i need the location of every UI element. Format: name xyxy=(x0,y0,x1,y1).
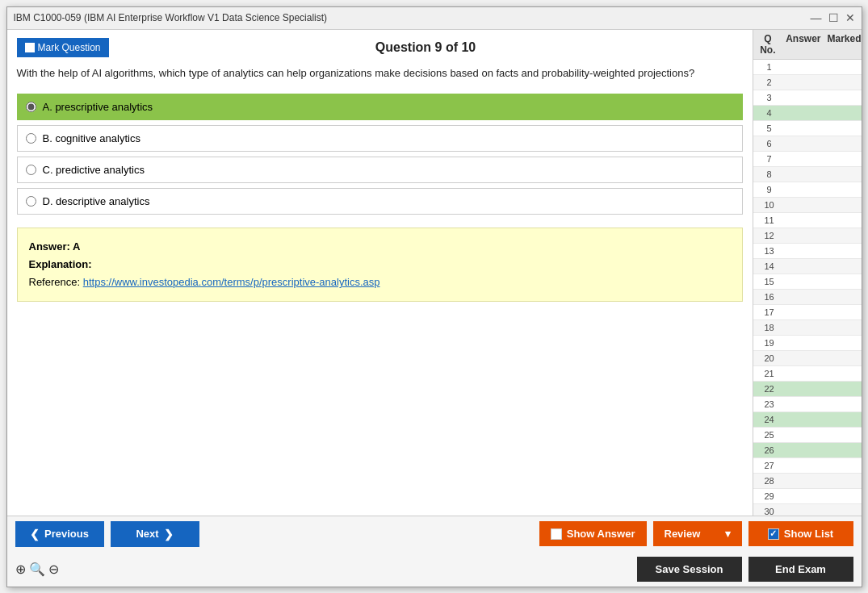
option-radio-b[interactable] xyxy=(26,133,36,144)
sidebar-cell-answer xyxy=(786,182,824,197)
sidebar-cell-answer xyxy=(786,458,824,473)
maximize-icon[interactable]: ☐ xyxy=(828,11,839,24)
sidebar-cell-answer xyxy=(786,351,824,365)
options-list: A. prescriptive analyticsB. cognitive an… xyxy=(17,94,743,215)
sidebar-row[interactable]: 16 xyxy=(753,290,862,305)
sidebar-row[interactable]: 18 xyxy=(753,320,862,336)
sidebar-cell-answer xyxy=(786,198,824,212)
sidebar-cell-marked xyxy=(824,412,862,427)
sidebar-row[interactable]: 11 xyxy=(753,213,862,228)
sidebar-cell-marked xyxy=(824,213,862,228)
sidebar-row[interactable]: 2 xyxy=(753,75,862,90)
sidebar-row[interactable]: 25 xyxy=(753,428,862,443)
sidebar-row[interactable]: 17 xyxy=(753,305,862,320)
sidebar-cell-answer xyxy=(786,213,824,228)
sidebar-row[interactable]: 19 xyxy=(753,336,862,351)
show-answer-button[interactable]: Show Answer xyxy=(539,521,647,546)
sidebar-row[interactable]: 5 xyxy=(753,121,862,136)
next-button[interactable]: Next ❯ xyxy=(111,521,199,547)
save-session-button[interactable]: Save Session xyxy=(637,557,742,582)
sidebar-row[interactable]: 15 xyxy=(753,274,862,290)
sidebar-cell-answer xyxy=(786,443,824,457)
sidebar-cell-qno: 24 xyxy=(753,412,786,427)
sidebar-cell-qno: 30 xyxy=(753,504,786,516)
sidebar-cell-marked xyxy=(824,228,862,243)
sidebar-row[interactable]: 4 xyxy=(753,106,862,121)
sidebar-row[interactable]: 29 xyxy=(753,489,862,504)
option-label-c: C. predictive analytics xyxy=(43,164,145,176)
sidebar-row[interactable]: 8 xyxy=(753,167,862,182)
sidebar-row[interactable]: 22 xyxy=(753,382,862,397)
sidebar-row[interactable]: 26 xyxy=(753,443,862,458)
option-radio-d[interactable] xyxy=(26,196,36,207)
sidebar-row[interactable]: 13 xyxy=(753,244,862,259)
explanation-label: Explanation: xyxy=(29,256,731,274)
title-bar: IBM C1000-059 (IBM AI Enterprise Workflo… xyxy=(7,7,862,30)
option-item-b[interactable]: B. cognitive analytics xyxy=(17,125,743,152)
sidebar-header: Q No. Answer Marked xyxy=(753,30,862,60)
close-icon[interactable]: ✕ xyxy=(845,11,855,24)
sidebar-cell-marked xyxy=(824,428,862,442)
sidebar-row[interactable]: 23 xyxy=(753,397,862,412)
sidebar-cell-marked xyxy=(824,489,862,503)
sidebar-row[interactable]: 14 xyxy=(753,259,862,274)
sidebar-row[interactable]: 28 xyxy=(753,474,862,489)
sidebar-cell-answer xyxy=(786,259,824,274)
sidebar-row[interactable]: 30 xyxy=(753,504,862,516)
reference-link[interactable]: https://www.investopedia.com/terms/p/pre… xyxy=(83,276,380,288)
sidebar-cell-answer xyxy=(786,382,824,396)
sidebar-row[interactable]: 20 xyxy=(753,351,862,366)
mark-checkbox-icon xyxy=(25,43,35,52)
sidebar-cell-marked xyxy=(824,351,862,365)
sidebar-list[interactable]: 1 2 3 4 5 6 7 8 9 10 11 xyxy=(753,60,862,516)
sidebar-cell-answer xyxy=(786,366,824,381)
sidebar-cell-marked xyxy=(824,305,862,319)
sidebar-row[interactable]: 9 xyxy=(753,182,862,198)
sidebar-row[interactable]: 3 xyxy=(753,90,862,106)
sidebar-cell-answer xyxy=(786,504,824,516)
sidebar-cell-marked xyxy=(824,106,862,120)
zoom-out-button[interactable]: ⊖ xyxy=(48,562,59,577)
sidebar-row[interactable]: 21 xyxy=(753,366,862,382)
sidebar-cell-qno: 17 xyxy=(753,305,786,319)
sidebar-cell-qno: 13 xyxy=(753,244,786,258)
option-radio-a[interactable] xyxy=(26,102,36,112)
zoom-in-button[interactable]: ⊕ xyxy=(15,562,26,577)
option-item-d[interactable]: D. descriptive analytics xyxy=(17,188,743,215)
sidebar-row[interactable]: 24 xyxy=(753,412,862,428)
option-radio-c[interactable] xyxy=(26,165,36,175)
show-list-button[interactable]: Show List xyxy=(748,521,853,546)
show-list-checkbox-icon xyxy=(768,528,779,540)
end-exam-button[interactable]: End Exam xyxy=(748,557,853,582)
sidebar-row[interactable]: 6 xyxy=(753,136,862,152)
sidebar-cell-marked xyxy=(824,259,862,274)
sidebar-cell-qno: 28 xyxy=(753,474,786,488)
minimize-icon[interactable]: — xyxy=(811,11,822,24)
option-item-a[interactable]: A. prescriptive analytics xyxy=(17,94,743,120)
sidebar-cell-qno: 20 xyxy=(753,351,786,365)
main-panel: Mark Question Question 9 of 10 With the … xyxy=(7,30,753,516)
sidebar-cell-qno: 5 xyxy=(753,121,786,136)
sidebar-cell-marked xyxy=(824,60,862,74)
sidebar-cell-answer xyxy=(786,320,824,335)
zoom-reset-button[interactable]: 🔍 xyxy=(29,562,45,577)
sidebar-row[interactable]: 10 xyxy=(753,198,862,213)
sidebar-row[interactable]: 12 xyxy=(753,228,862,244)
sidebar-cell-marked xyxy=(824,121,862,136)
mark-question-button[interactable]: Mark Question xyxy=(17,38,109,57)
previous-button[interactable]: ❮ Previous xyxy=(15,521,104,547)
option-item-c[interactable]: C. predictive analytics xyxy=(17,157,743,183)
sidebar-row[interactable]: 1 xyxy=(753,60,862,75)
sidebar-cell-qno: 10 xyxy=(753,198,786,212)
question-text: With the help of AI algorithms, which ty… xyxy=(17,65,743,81)
sidebar-cell-qno: 1 xyxy=(753,60,786,74)
show-answer-checkbox-icon xyxy=(551,528,562,540)
review-button[interactable]: Review ▾ xyxy=(653,521,742,546)
sidebar-cell-answer xyxy=(786,290,824,304)
prev-arrow-icon: ❮ xyxy=(30,528,40,541)
next-label: Next xyxy=(136,528,158,540)
sidebar-row[interactable]: 7 xyxy=(753,152,862,167)
sidebar-cell-marked xyxy=(824,167,862,182)
previous-label: Previous xyxy=(44,528,89,540)
sidebar-row[interactable]: 27 xyxy=(753,458,862,474)
